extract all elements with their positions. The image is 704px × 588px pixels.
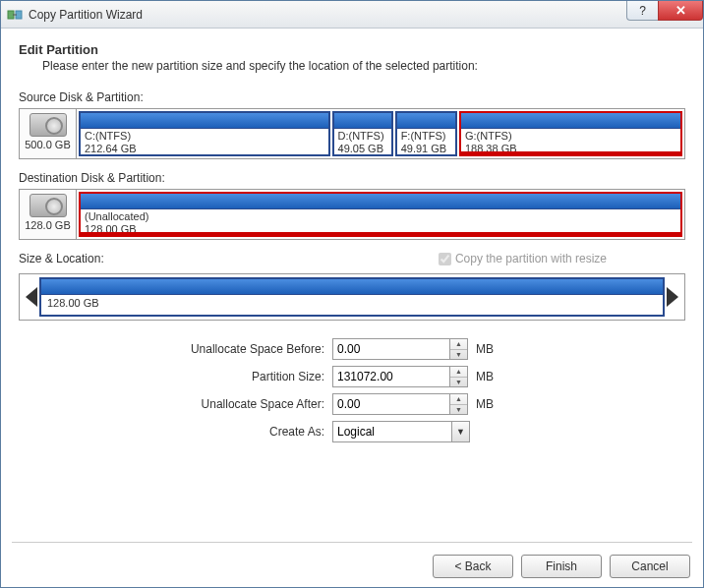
resize-partition-label: 128.00 GB bbox=[41, 295, 663, 311]
source-disk-capacity: 500.0 GB bbox=[20, 139, 76, 150]
back-button[interactable]: < Back bbox=[433, 555, 513, 578]
page-subtitle: Please enter the new partition size and … bbox=[42, 59, 685, 73]
source-label: Source Disk & Partition: bbox=[19, 90, 685, 104]
title-bar: Copy Partition Wizard ? ✕ bbox=[1, 1, 703, 29]
partition-block[interactable]: C:(NTFS)212.64 GB bbox=[79, 111, 330, 156]
copy-resize-label: Copy the partition with resize bbox=[455, 252, 607, 265]
partition-block[interactable]: (Unallocated)128.00 GB bbox=[79, 192, 682, 237]
create-as-select[interactable]: Logical ▼ bbox=[332, 421, 470, 442]
dest-disk-row: 128.0 GB (Unallocated)128.00 GB bbox=[19, 189, 685, 240]
cancel-button[interactable]: Cancel bbox=[610, 555, 690, 578]
partition-size-input[interactable] bbox=[332, 366, 450, 387]
finish-button[interactable]: Finish bbox=[521, 555, 602, 578]
size-location-label: Size & Location: bbox=[19, 252, 104, 265]
partition-block[interactable]: G:(NTFS)188.38 GB bbox=[459, 111, 682, 156]
create-as-label: Create As: bbox=[146, 425, 332, 439]
app-icon bbox=[7, 7, 23, 23]
unalloc-before-spinner[interactable]: ▲▼ bbox=[450, 338, 468, 360]
unit-label: MB bbox=[476, 342, 494, 356]
resize-box: 128.00 GB bbox=[19, 273, 685, 321]
partition-size-spinner[interactable]: ▲▼ bbox=[450, 366, 468, 387]
window-title: Copy Partition Wizard bbox=[29, 8, 143, 22]
copy-resize-checkbox[interactable] bbox=[439, 253, 451, 265]
disk-icon bbox=[29, 194, 67, 217]
source-disk-row: 500.0 GB C:(NTFS)212.64 GBD:(NTFS)49.05 … bbox=[19, 108, 685, 159]
footer-separator bbox=[12, 542, 692, 543]
dest-label: Destination Disk & Partition: bbox=[19, 171, 685, 185]
dest-partitions: (Unallocated)128.00 GB bbox=[77, 190, 684, 239]
partition-size-label: Partition Size: bbox=[146, 370, 332, 383]
unalloc-before-label: Unallocate Space Before: bbox=[146, 342, 332, 356]
unit-label: MB bbox=[476, 397, 494, 411]
disk-icon bbox=[29, 113, 67, 137]
copy-resize-checkbox-wrap: Copy the partition with resize bbox=[439, 252, 607, 265]
create-as-value: Logical bbox=[333, 425, 451, 439]
resize-partition[interactable]: 128.00 GB bbox=[39, 277, 665, 317]
help-button[interactable]: ? bbox=[626, 1, 658, 21]
page-title: Edit Partition bbox=[19, 42, 685, 57]
unalloc-after-spinner[interactable]: ▲▼ bbox=[450, 393, 468, 415]
resize-handle-right[interactable] bbox=[667, 287, 678, 307]
partition-block[interactable]: F:(NTFS)49.91 GB bbox=[395, 111, 457, 156]
source-disk-icon-cell: 500.0 GB bbox=[20, 109, 77, 158]
unalloc-before-input[interactable] bbox=[332, 338, 450, 360]
dest-disk-icon-cell: 128.0 GB bbox=[20, 190, 77, 239]
resize-handle-left[interactable] bbox=[26, 287, 37, 307]
unalloc-after-input[interactable] bbox=[332, 393, 450, 415]
close-button[interactable]: ✕ bbox=[658, 1, 703, 21]
partition-block[interactable]: D:(NTFS)49.05 GB bbox=[332, 111, 393, 156]
chevron-down-icon: ▼ bbox=[451, 422, 469, 441]
dest-disk-capacity: 128.0 GB bbox=[20, 219, 76, 231]
source-partitions: C:(NTFS)212.64 GBD:(NTFS)49.05 GBF:(NTFS… bbox=[77, 109, 684, 158]
unit-label: MB bbox=[476, 370, 494, 383]
unalloc-after-label: Unallocate Space After: bbox=[146, 397, 332, 411]
